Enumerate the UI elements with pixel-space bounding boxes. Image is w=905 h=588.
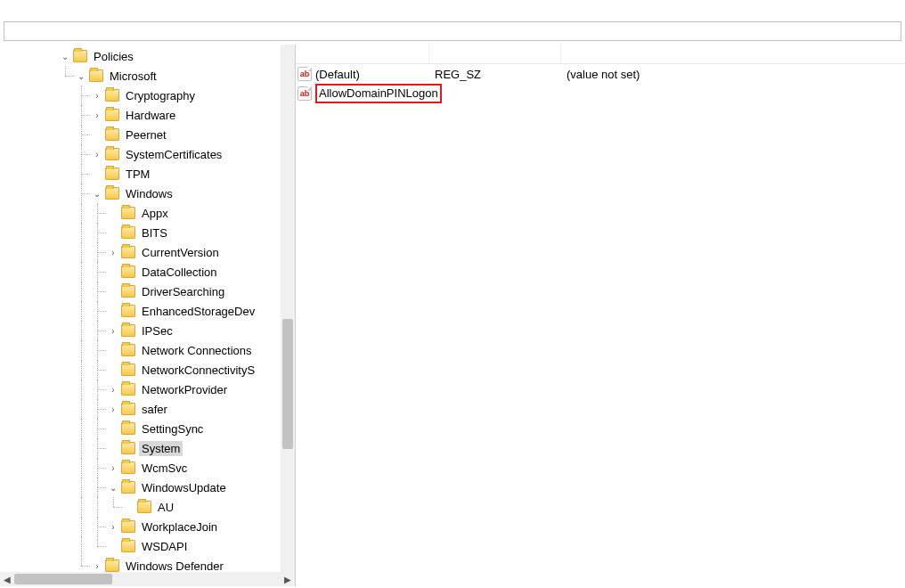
tree-node-label[interactable]: TPM — [123, 167, 152, 182]
tree-node-label[interactable]: WindowsUpdate — [139, 480, 229, 495]
tree-node[interactable]: ›Hardware — [0, 105, 295, 125]
tree-node-label[interactable]: WSDAPI — [139, 539, 190, 554]
tree-node[interactable]: WSDAPI — [0, 536, 295, 556]
tree-node[interactable]: ⌄WindowsUpdate — [0, 478, 295, 497]
scroll-left-icon[interactable]: ◀ — [0, 575, 14, 584]
column-type[interactable] — [429, 45, 561, 63]
tree-node[interactable]: AU — [0, 497, 295, 517]
menu-edit[interactable] — [18, 8, 32, 12]
tree-node[interactable]: ›WcmSvc — [0, 458, 295, 478]
tree-node-label[interactable]: Policies — [91, 49, 136, 64]
reg-string-icon — [298, 67, 312, 81]
chevron-right-icon[interactable]: › — [91, 150, 103, 159]
tree-node[interactable]: ›CurrentVersion — [0, 242, 295, 262]
chevron-right-icon[interactable]: › — [91, 91, 103, 101]
tree-node[interactable]: ⌄Policies — [0, 46, 295, 66]
tree-node[interactable]: Appx — [0, 203, 295, 223]
tree-node-label[interactable]: WorkplaceJoin — [139, 519, 220, 535]
tree-node[interactable]: BITS — [0, 223, 295, 242]
tree-node-label[interactable]: Windows — [123, 186, 175, 201]
chevron-right-icon[interactable]: › — [107, 404, 119, 414]
chevron-right-icon[interactable]: › — [107, 522, 119, 532]
tree-node-label[interactable]: System — [139, 441, 183, 456]
menu-help[interactable] — [61, 8, 75, 12]
tree-node-label[interactable]: Network Connections — [139, 343, 255, 358]
column-data[interactable] — [561, 45, 905, 63]
menu-favorites[interactable] — [46, 8, 61, 12]
tree-node-label[interactable]: safer — [139, 402, 170, 417]
tree-node-label[interactable]: Peernet — [123, 127, 169, 143]
chevron-right-icon[interactable]: › — [91, 110, 103, 120]
tree-node-label[interactable]: Microsoft — [107, 69, 159, 84]
chevron-down-icon[interactable]: ⌄ — [91, 189, 103, 199]
tree-vertical-scrollbar[interactable] — [281, 45, 295, 572]
address-bar[interactable] — [4, 21, 901, 41]
folder-icon — [105, 559, 119, 572]
tree-node-label[interactable]: Appx — [139, 206, 171, 221]
tree-node[interactable]: ›WorkplaceJoin — [0, 517, 295, 536]
tree-node-label[interactable]: BITS — [139, 225, 170, 241]
scrollbar-thumb[interactable] — [282, 319, 293, 449]
tree-node[interactable]: DriverSearching — [0, 282, 295, 301]
folder-icon — [121, 422, 135, 435]
tree-node-label[interactable]: Windows Defender — [123, 559, 226, 573]
tree-node-label[interactable]: SettingSync — [139, 421, 206, 437]
scroll-right-icon[interactable]: ▶ — [281, 575, 295, 584]
tree-node-label[interactable]: NetworkConnectivityS — [139, 363, 257, 378]
chevron-right-icon[interactable]: › — [107, 385, 119, 395]
folder-icon — [121, 226, 135, 239]
tree-node[interactable]: ›NetworkProvider — [0, 380, 295, 399]
folder-icon — [105, 89, 119, 102]
menu-bar — [0, 0, 905, 20]
tree-node[interactable]: ⌄Windows — [0, 184, 295, 203]
tree-node[interactable]: TPM — [0, 164, 295, 184]
tree-node-label[interactable]: EnhancedStorageDev — [139, 304, 257, 319]
chevron-down-icon[interactable]: ⌄ — [59, 52, 71, 61]
tree-node[interactable]: DataCollection — [0, 262, 295, 282]
tree-node-label[interactable]: DataCollection — [139, 265, 220, 280]
tree-node[interactable]: SettingSync — [0, 419, 295, 438]
tree-node-label[interactable]: SystemCertificates — [123, 147, 224, 162]
tree-node-label[interactable]: DriverSearching — [139, 284, 227, 299]
chevron-right-icon[interactable]: › — [107, 326, 119, 336]
scrollbar-thumb[interactable] — [14, 574, 112, 584]
tree-node[interactable]: Network Connections — [0, 340, 295, 360]
tree-node[interactable]: NetworkConnectivityS — [0, 360, 295, 380]
folder-icon — [89, 69, 103, 82]
column-headers[interactable] — [296, 45, 905, 64]
menu-view[interactable] — [32, 8, 46, 12]
folder-icon — [121, 442, 135, 454]
folder-icon — [121, 285, 135, 298]
chevron-right-icon[interactable]: › — [91, 561, 103, 571]
tree-node-label[interactable]: AU — [155, 500, 176, 515]
tree-node[interactable]: ⌄Microsoft — [0, 66, 295, 86]
tree-node[interactable]: ›Windows Defender — [0, 556, 295, 572]
tree-node-label[interactable]: NetworkProvider — [139, 382, 230, 397]
tree-node[interactable]: EnhancedStorageDev — [0, 301, 295, 321]
chevron-down-icon[interactable]: ⌄ — [75, 71, 87, 81]
tree-node[interactable]: System — [0, 438, 295, 458]
tree-node[interactable]: ›safer — [0, 399, 295, 419]
value-row[interactable]: AllowDomainPINLogon — [296, 84, 905, 103]
value-row[interactable]: (Default)REG_SZ(value not set) — [296, 64, 905, 84]
tree-node[interactable]: ›IPSec — [0, 321, 295, 340]
tree-node-label[interactable]: Hardware — [123, 108, 178, 123]
tree-node[interactable]: ›Cryptography — [0, 86, 295, 105]
folder-icon — [105, 167, 119, 180]
tree-node[interactable]: ›SystemCertificates — [0, 144, 295, 164]
tree-horizontal-scrollbar[interactable]: ◀ ▶ — [0, 572, 295, 586]
tree-node-label[interactable]: IPSec — [139, 323, 175, 339]
folder-icon — [121, 265, 135, 278]
folder-icon — [121, 403, 135, 415]
tree-node-label[interactable]: CurrentVersion — [139, 245, 222, 260]
registry-tree[interactable]: ⌄Policies⌄Microsoft›Cryptography›Hardwar… — [0, 45, 295, 572]
tree-node-label[interactable]: Cryptography — [123, 88, 198, 103]
tree-node[interactable]: Peernet — [0, 125, 295, 144]
column-name[interactable] — [296, 45, 429, 63]
chevron-right-icon[interactable]: › — [107, 248, 119, 257]
menu-file[interactable] — [4, 8, 18, 12]
tree-node-label[interactable]: WcmSvc — [139, 461, 190, 476]
chevron-right-icon[interactable]: › — [107, 463, 119, 473]
folder-icon — [73, 50, 87, 62]
chevron-down-icon[interactable]: ⌄ — [107, 483, 119, 493]
